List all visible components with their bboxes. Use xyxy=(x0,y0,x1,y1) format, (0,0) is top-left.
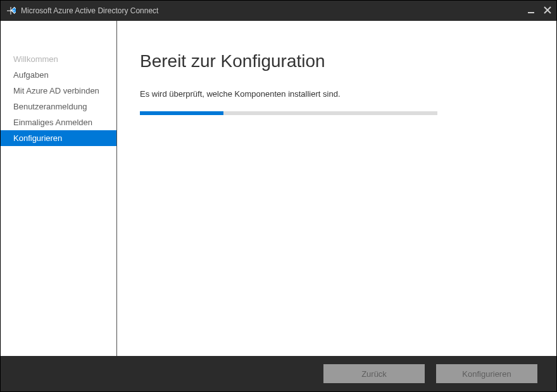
page-title: Bereit zur Konfiguration xyxy=(140,51,525,71)
sidebar-item-label: Aufgaben xyxy=(13,70,49,80)
main-panel: Bereit zur Konfiguration Es wird überprü… xyxy=(117,21,556,356)
configure-button[interactable]: Konfigurieren xyxy=(436,364,537,383)
progress-bar xyxy=(140,111,437,115)
status-text: Es wird überprüft, welche Komponenten in… xyxy=(140,89,525,99)
sidebar-item-label: Konfigurieren xyxy=(13,133,62,143)
sidebar-item-label: Mit Azure AD verbinden xyxy=(13,86,99,95)
close-button[interactable] xyxy=(544,6,551,16)
sidebar-item-tasks[interactable]: Aufgaben xyxy=(1,67,116,83)
sidebar-item-user-signin[interactable]: Benutzeranmeldung xyxy=(1,99,116,114)
titlebar: Microsoft Azure Active Directory Connect xyxy=(1,1,556,21)
window-controls xyxy=(527,6,551,16)
sidebar-item-connect-azure-ad[interactable]: Mit Azure AD verbinden xyxy=(1,83,116,99)
sidebar-item-welcome[interactable]: Willkommen xyxy=(1,51,116,67)
window-title: Microsoft Azure Active Directory Connect xyxy=(21,6,527,15)
content-area: Willkommen Aufgaben Mit Azure AD verbind… xyxy=(1,21,556,356)
sidebar-item-label: Benutzeranmeldung xyxy=(13,102,87,111)
svg-rect-3 xyxy=(528,12,534,13)
sidebar-item-label: Willkommen xyxy=(13,54,58,64)
sidebar-item-configure[interactable]: Konfigurieren xyxy=(1,130,116,146)
sidebar-item-label: Einmaliges Anmelden xyxy=(13,118,92,127)
app-icon xyxy=(6,6,16,16)
progress-fill xyxy=(140,111,223,115)
footer: Zurück Konfigurieren xyxy=(1,356,556,391)
minimize-button[interactable] xyxy=(527,6,535,16)
sidebar: Willkommen Aufgaben Mit Azure AD verbind… xyxy=(1,21,117,356)
svg-rect-0 xyxy=(11,7,16,13)
back-button[interactable]: Zurück xyxy=(323,364,425,383)
sidebar-item-single-signon[interactable]: Einmaliges Anmelden xyxy=(1,114,116,130)
